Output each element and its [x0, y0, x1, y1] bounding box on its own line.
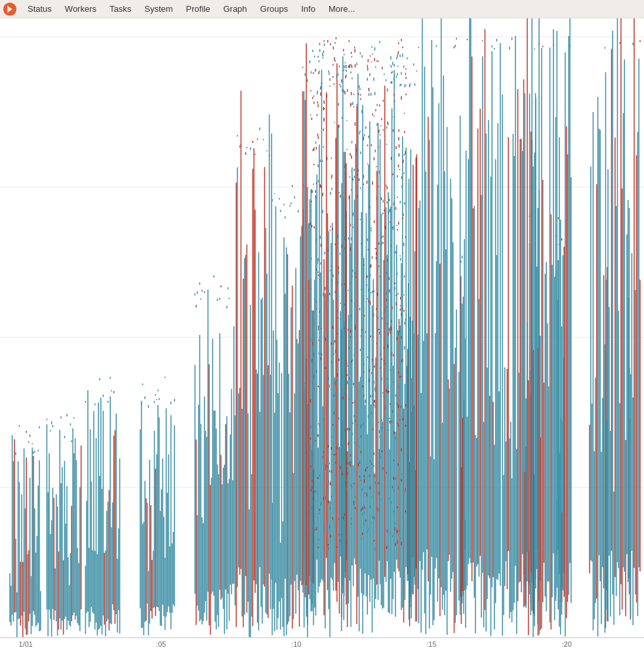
nav-more[interactable]: More... [322, 1, 361, 16]
xaxis-label-2: :10 [291, 640, 301, 648]
task-stream-canvas [0, 18, 644, 656]
app-logo [3, 2, 17, 16]
nav-groups[interactable]: Groups [254, 1, 295, 16]
navbar: Status Workers Tasks System Profile Grap… [0, 0, 644, 18]
nav-info[interactable]: Info [294, 1, 322, 16]
xaxis-label-0: 1/01 [19, 640, 33, 648]
nav-status[interactable]: Status [21, 1, 58, 16]
xaxis: 1/01 :05 :10 :15 :20 [0, 640, 644, 651]
xaxis-label-4: :20 [562, 640, 572, 648]
nav-graph[interactable]: Graph [216, 1, 253, 16]
nav-workers[interactable]: Workers [58, 1, 103, 16]
nav-system[interactable]: System [138, 1, 179, 16]
task-stream-chart: Task Stream ↔ 0P 1/01 :05 :10 :15 :20 [0, 18, 644, 656]
nav-profile[interactable]: Profile [180, 1, 217, 16]
xaxis-label-1: :05 [156, 640, 166, 648]
nav-tasks[interactable]: Tasks [103, 1, 138, 16]
xaxis-label-3: :15 [426, 640, 436, 648]
